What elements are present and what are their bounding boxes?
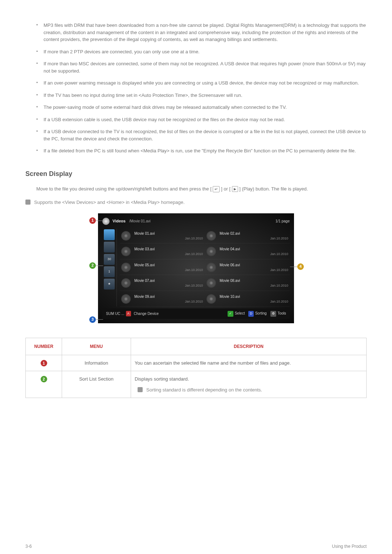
sub-note-text: Sorting standard is different depending … <box>146 386 262 394</box>
table-row: 2 Sort List Section Displays sorting sta… <box>26 371 367 398</box>
select-label: Select <box>235 311 245 315</box>
sort-item-star[interactable]: ★ <box>104 279 115 290</box>
sort-folder-icon[interactable] <box>104 229 115 240</box>
file-item[interactable]: Movie 02.avi Jan.10.2010 <box>205 229 290 244</box>
row-desc-text: Displays sorting standard. <box>135 376 189 382</box>
callout-2: 2 <box>89 262 96 269</box>
sorting-label: Sorting <box>255 311 267 315</box>
header-path: /Movie 01.avi <box>129 218 151 224</box>
file-date: Jan.10.2010 <box>134 252 203 257</box>
page-footer: 3-6 Using the Product <box>25 543 367 550</box>
reel-icon <box>207 294 216 304</box>
bullet-item: If more than 2 PTP devices are connected… <box>36 48 367 56</box>
reel-icon <box>121 231 131 241</box>
note-icon <box>138 387 143 392</box>
reel-icon <box>121 294 131 304</box>
badge-1: 1 <box>41 360 47 366</box>
tv-screen: Videos /Movie 01.avi 1/1 page 30 1 ★ Mov <box>98 213 294 323</box>
file-item[interactable]: Movie 08.avi Jan.10.2010 <box>205 276 290 291</box>
file-name: Movie 09.avi <box>134 294 203 299</box>
file-date: Jan.10.2010 <box>134 299 203 304</box>
sort-item[interactable] <box>104 242 115 253</box>
instruction-part1: Move to the file you desired using the u… <box>36 186 212 192</box>
row-menu-cell: Sort List Section <box>62 371 131 398</box>
file-name: Movie 08.avi <box>220 278 288 283</box>
change-device-label: Change Device <box>134 311 159 316</box>
file-item[interactable]: Movie 05.avi Jan.10.2010 <box>120 260 204 275</box>
bullet-item: If a USB extension cable is used, the US… <box>36 116 367 123</box>
file-item[interactable]: Movie 01.avi Jan.10.2010 <box>120 229 204 244</box>
header-label: Videos <box>113 218 126 224</box>
file-date: Jan.10.2010 <box>220 268 288 273</box>
row-menu-cell: Information <box>62 355 131 371</box>
d-button-icon[interactable]: D <box>248 311 254 317</box>
tools-button-icon[interactable]: ⚙ <box>270 311 276 317</box>
screenshot-figure: 1 2 3 4 Videos /Movie 01.avi 1/1 page 30… <box>25 213 367 323</box>
file-name: Movie 04.avi <box>220 246 288 252</box>
file-date: Jan.10.2010 <box>220 299 288 304</box>
sort-item[interactable]: 30 <box>104 254 115 265</box>
reel-icon <box>121 263 131 272</box>
screen-footer: SUM UC ... A Change Device ✓Select DSort… <box>102 308 290 319</box>
screen-header: Videos /Movie 01.avi 1/1 page <box>102 218 290 229</box>
sort-list-section: 30 1 ★ <box>102 229 117 307</box>
file-item[interactable]: Movie 04.avi Jan.10.2010 <box>205 244 290 259</box>
support-note: Supports the <View Devices> and <Home> i… <box>25 199 367 206</box>
device-text: SUM UC ... <box>106 311 124 316</box>
tools-label: Tools <box>278 311 286 315</box>
footer-section: Using the Product <box>332 543 367 550</box>
play-icon <box>232 186 238 192</box>
file-list: Movie 01.avi Jan.10.2010 Movie 02.avi Ja… <box>117 229 290 307</box>
reel-icon <box>207 263 216 272</box>
callout-1: 1 <box>89 217 96 224</box>
callout-line <box>290 267 297 267</box>
file-date: Jan.10.2010 <box>220 236 288 241</box>
callout-3: 3 <box>89 316 96 323</box>
th-number: NUMBER <box>26 338 62 355</box>
reel-icon <box>207 278 216 288</box>
support-note-text: Supports the <View Devices> and <Home> i… <box>34 199 185 206</box>
row-number-cell: 1 <box>26 355 62 371</box>
callout-4: 4 <box>297 263 304 270</box>
note-bullets: MP3 files with DRM that have been downlo… <box>36 22 367 155</box>
file-date: Jan.10.2010 <box>134 268 203 273</box>
file-date: Jan.10.2010 <box>134 236 203 241</box>
callout-line <box>96 266 103 266</box>
row-desc-cell: Displays sorting standard. Sorting stand… <box>131 371 367 398</box>
callout-line <box>96 221 103 221</box>
section-heading: Screen Display <box>25 169 367 179</box>
select-button-icon[interactable]: ✓ <box>228 311 233 317</box>
file-name: Movie 10.avi <box>220 294 288 299</box>
device-label: SUM UC ... A Change Device <box>106 311 159 317</box>
sort-item[interactable]: 1 <box>104 266 115 277</box>
row-number-cell: 2 <box>26 371 62 398</box>
instruction-end: ] (Play) button. The file is played. <box>239 186 308 192</box>
bullet-item: If an over-power warning message is disp… <box>36 79 367 87</box>
file-item[interactable]: Movie 07.avi Jan.10.2010 <box>120 276 204 291</box>
screen-body: 30 1 ★ Movie 01.avi Jan.10.2010 <box>102 229 290 307</box>
bullet-item: If the TV has been no input during time … <box>36 92 367 99</box>
a-button-icon[interactable]: A <box>126 311 131 317</box>
instruction-mid: ] or [ <box>221 186 230 192</box>
file-date: Jan.10.2010 <box>134 283 203 288</box>
sub-note: Sorting standard is different depending … <box>138 386 363 394</box>
page-number: 3-6 <box>25 543 32 550</box>
table-row: 1 Information You can ascertain the sele… <box>26 355 367 371</box>
file-name: Movie 05.avi <box>134 262 203 268</box>
reel-icon <box>207 247 216 256</box>
callout-line <box>96 319 103 320</box>
videos-icon <box>102 218 110 225</box>
reel-icon <box>121 278 131 288</box>
bullet-item: If a file deleted from the PC is still f… <box>36 147 367 155</box>
file-item[interactable]: Movie 03.avi Jan.10.2010 <box>120 244 204 259</box>
file-name: Movie 06.avi <box>220 262 288 268</box>
file-name: Movie 07.avi <box>134 278 203 283</box>
file-item[interactable]: Movie 09.avi Jan.10.2010 <box>120 292 204 307</box>
file-item[interactable]: Movie 06.avi Jan.10.2010 <box>205 260 290 275</box>
file-name: Movie 03.avi <box>134 246 203 252</box>
th-description: DESCRIPTION <box>131 338 367 355</box>
file-item[interactable]: Movie 10.avi Jan.10.2010 <box>205 292 290 307</box>
instruction-text: Move to the file you desired using the u… <box>36 185 367 193</box>
bullet-item: MP3 files with DRM that have been downlo… <box>36 22 367 43</box>
note-icon <box>25 200 30 205</box>
